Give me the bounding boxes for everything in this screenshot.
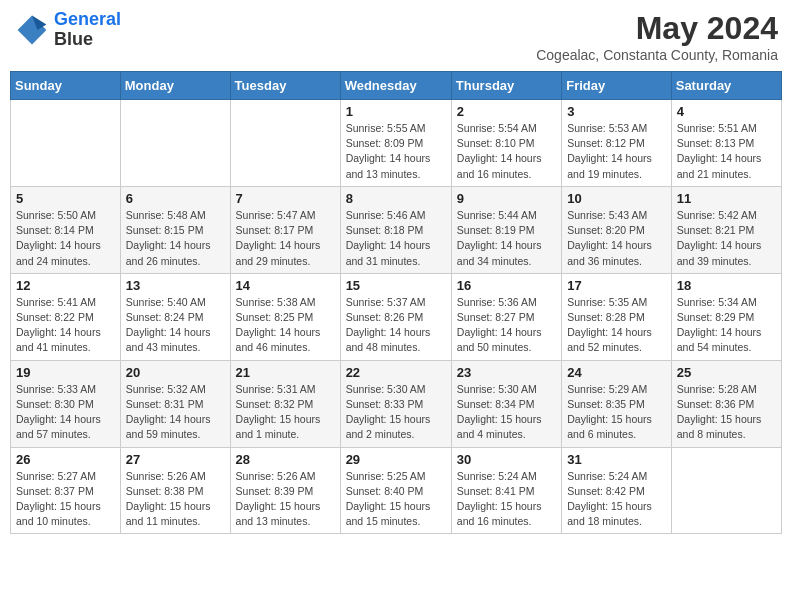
day-info: Sunrise: 5:54 AM Sunset: 8:10 PM Dayligh… <box>457 121 556 182</box>
subtitle: Cogealac, Constanta County, Romania <box>536 47 778 63</box>
day-number: 24 <box>567 365 666 380</box>
day-info: Sunrise: 5:40 AM Sunset: 8:24 PM Dayligh… <box>126 295 225 356</box>
day-info: Sunrise: 5:43 AM Sunset: 8:20 PM Dayligh… <box>567 208 666 269</box>
day-info: Sunrise: 5:24 AM Sunset: 8:42 PM Dayligh… <box>567 469 666 530</box>
calendar-cell: 15Sunrise: 5:37 AM Sunset: 8:26 PM Dayli… <box>340 273 451 360</box>
calendar-cell: 14Sunrise: 5:38 AM Sunset: 8:25 PM Dayli… <box>230 273 340 360</box>
day-number: 1 <box>346 104 446 119</box>
calendar-cell: 7Sunrise: 5:47 AM Sunset: 8:17 PM Daylig… <box>230 186 340 273</box>
calendar-day-header: Saturday <box>671 72 781 100</box>
day-info: Sunrise: 5:51 AM Sunset: 8:13 PM Dayligh… <box>677 121 776 182</box>
calendar-body: 1Sunrise: 5:55 AM Sunset: 8:09 PM Daylig… <box>11 100 782 534</box>
day-number: 7 <box>236 191 335 206</box>
day-number: 14 <box>236 278 335 293</box>
day-info: Sunrise: 5:28 AM Sunset: 8:36 PM Dayligh… <box>677 382 776 443</box>
day-number: 10 <box>567 191 666 206</box>
day-number: 13 <box>126 278 225 293</box>
day-info: Sunrise: 5:27 AM Sunset: 8:37 PM Dayligh… <box>16 469 115 530</box>
day-number: 31 <box>567 452 666 467</box>
day-number: 17 <box>567 278 666 293</box>
day-number: 19 <box>16 365 115 380</box>
calendar-header-row: SundayMondayTuesdayWednesdayThursdayFrid… <box>11 72 782 100</box>
day-info: Sunrise: 5:37 AM Sunset: 8:26 PM Dayligh… <box>346 295 446 356</box>
day-number: 9 <box>457 191 556 206</box>
calendar-cell: 10Sunrise: 5:43 AM Sunset: 8:20 PM Dayli… <box>562 186 672 273</box>
day-number: 8 <box>346 191 446 206</box>
day-info: Sunrise: 5:41 AM Sunset: 8:22 PM Dayligh… <box>16 295 115 356</box>
calendar-cell: 11Sunrise: 5:42 AM Sunset: 8:21 PM Dayli… <box>671 186 781 273</box>
logo-icon <box>14 12 50 48</box>
calendar-cell: 8Sunrise: 5:46 AM Sunset: 8:18 PM Daylig… <box>340 186 451 273</box>
day-number: 5 <box>16 191 115 206</box>
calendar-cell: 29Sunrise: 5:25 AM Sunset: 8:40 PM Dayli… <box>340 447 451 534</box>
calendar-cell: 5Sunrise: 5:50 AM Sunset: 8:14 PM Daylig… <box>11 186 121 273</box>
svg-marker-0 <box>18 15 47 44</box>
day-number: 15 <box>346 278 446 293</box>
day-info: Sunrise: 5:24 AM Sunset: 8:41 PM Dayligh… <box>457 469 556 530</box>
calendar-cell: 18Sunrise: 5:34 AM Sunset: 8:29 PM Dayli… <box>671 273 781 360</box>
calendar-day-header: Sunday <box>11 72 121 100</box>
day-number: 3 <box>567 104 666 119</box>
calendar-week-row: 19Sunrise: 5:33 AM Sunset: 8:30 PM Dayli… <box>11 360 782 447</box>
day-number: 18 <box>677 278 776 293</box>
calendar-cell: 16Sunrise: 5:36 AM Sunset: 8:27 PM Dayli… <box>451 273 561 360</box>
day-number: 25 <box>677 365 776 380</box>
day-number: 12 <box>16 278 115 293</box>
day-number: 11 <box>677 191 776 206</box>
calendar-table: SundayMondayTuesdayWednesdayThursdayFrid… <box>10 71 782 534</box>
day-number: 21 <box>236 365 335 380</box>
calendar-cell: 9Sunrise: 5:44 AM Sunset: 8:19 PM Daylig… <box>451 186 561 273</box>
day-info: Sunrise: 5:33 AM Sunset: 8:30 PM Dayligh… <box>16 382 115 443</box>
calendar-day-header: Wednesday <box>340 72 451 100</box>
calendar-day-header: Monday <box>120 72 230 100</box>
day-info: Sunrise: 5:50 AM Sunset: 8:14 PM Dayligh… <box>16 208 115 269</box>
calendar-cell: 2Sunrise: 5:54 AM Sunset: 8:10 PM Daylig… <box>451 100 561 187</box>
calendar-week-row: 5Sunrise: 5:50 AM Sunset: 8:14 PM Daylig… <box>11 186 782 273</box>
day-info: Sunrise: 5:30 AM Sunset: 8:33 PM Dayligh… <box>346 382 446 443</box>
day-number: 22 <box>346 365 446 380</box>
day-number: 23 <box>457 365 556 380</box>
day-info: Sunrise: 5:25 AM Sunset: 8:40 PM Dayligh… <box>346 469 446 530</box>
day-number: 16 <box>457 278 556 293</box>
calendar-cell <box>671 447 781 534</box>
calendar-day-header: Tuesday <box>230 72 340 100</box>
day-number: 2 <box>457 104 556 119</box>
day-info: Sunrise: 5:30 AM Sunset: 8:34 PM Dayligh… <box>457 382 556 443</box>
day-info: Sunrise: 5:48 AM Sunset: 8:15 PM Dayligh… <box>126 208 225 269</box>
day-number: 6 <box>126 191 225 206</box>
day-number: 4 <box>677 104 776 119</box>
calendar-cell: 17Sunrise: 5:35 AM Sunset: 8:28 PM Dayli… <box>562 273 672 360</box>
calendar-cell: 4Sunrise: 5:51 AM Sunset: 8:13 PM Daylig… <box>671 100 781 187</box>
day-info: Sunrise: 5:38 AM Sunset: 8:25 PM Dayligh… <box>236 295 335 356</box>
title-block: May 2024 Cogealac, Constanta County, Rom… <box>536 10 778 63</box>
calendar-cell: 26Sunrise: 5:27 AM Sunset: 8:37 PM Dayli… <box>11 447 121 534</box>
day-number: 20 <box>126 365 225 380</box>
day-info: Sunrise: 5:26 AM Sunset: 8:39 PM Dayligh… <box>236 469 335 530</box>
day-info: Sunrise: 5:36 AM Sunset: 8:27 PM Dayligh… <box>457 295 556 356</box>
calendar-cell <box>120 100 230 187</box>
day-info: Sunrise: 5:42 AM Sunset: 8:21 PM Dayligh… <box>677 208 776 269</box>
day-number: 26 <box>16 452 115 467</box>
calendar-cell: 12Sunrise: 5:41 AM Sunset: 8:22 PM Dayli… <box>11 273 121 360</box>
day-number: 30 <box>457 452 556 467</box>
calendar-cell: 28Sunrise: 5:26 AM Sunset: 8:39 PM Dayli… <box>230 447 340 534</box>
calendar-cell <box>11 100 121 187</box>
day-info: Sunrise: 5:26 AM Sunset: 8:38 PM Dayligh… <box>126 469 225 530</box>
day-info: Sunrise: 5:32 AM Sunset: 8:31 PM Dayligh… <box>126 382 225 443</box>
calendar-cell: 21Sunrise: 5:31 AM Sunset: 8:32 PM Dayli… <box>230 360 340 447</box>
logo-text: General Blue <box>54 10 121 50</box>
day-info: Sunrise: 5:46 AM Sunset: 8:18 PM Dayligh… <box>346 208 446 269</box>
calendar-week-row: 26Sunrise: 5:27 AM Sunset: 8:37 PM Dayli… <box>11 447 782 534</box>
day-number: 27 <box>126 452 225 467</box>
calendar-header: SundayMondayTuesdayWednesdayThursdayFrid… <box>11 72 782 100</box>
main-title: May 2024 <box>536 10 778 47</box>
day-info: Sunrise: 5:55 AM Sunset: 8:09 PM Dayligh… <box>346 121 446 182</box>
day-info: Sunrise: 5:34 AM Sunset: 8:29 PM Dayligh… <box>677 295 776 356</box>
day-info: Sunrise: 5:35 AM Sunset: 8:28 PM Dayligh… <box>567 295 666 356</box>
calendar-cell: 3Sunrise: 5:53 AM Sunset: 8:12 PM Daylig… <box>562 100 672 187</box>
calendar-day-header: Friday <box>562 72 672 100</box>
calendar-week-row: 1Sunrise: 5:55 AM Sunset: 8:09 PM Daylig… <box>11 100 782 187</box>
logo: General Blue <box>14 10 121 50</box>
day-number: 28 <box>236 452 335 467</box>
calendar-day-header: Thursday <box>451 72 561 100</box>
